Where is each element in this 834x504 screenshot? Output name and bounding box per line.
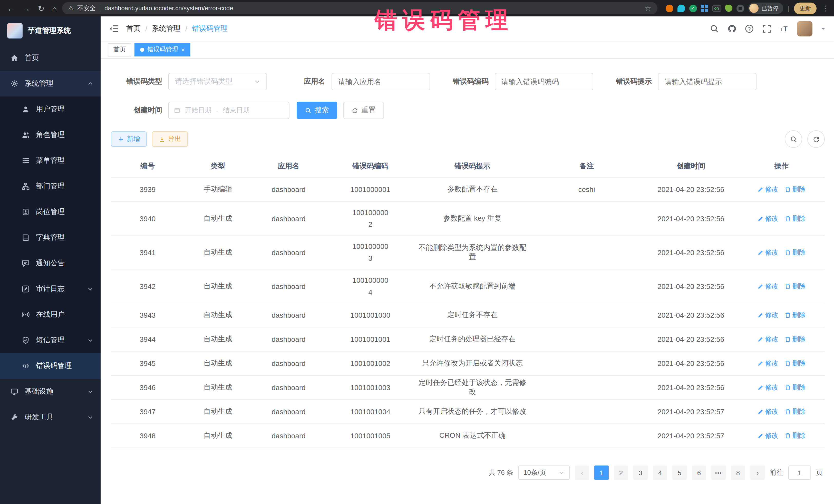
sidebar-item-departments[interactable]: 部门管理 bbox=[0, 174, 101, 199]
error-type-select[interactable]: 请选择错误码类型 bbox=[168, 73, 267, 90]
url-text[interactable]: dashboard.yudao.iocoder.cn/system/error-… bbox=[105, 5, 233, 12]
page-button-2[interactable]: 2 bbox=[614, 465, 628, 480]
export-button[interactable]: 导出 bbox=[152, 131, 188, 147]
end-date-placeholder[interactable]: 结束日期 bbox=[223, 106, 250, 115]
goto-page-input[interactable] bbox=[788, 465, 811, 480]
sidebar-fold-icon[interactable] bbox=[109, 24, 119, 34]
page-button-5[interactable]: 5 bbox=[672, 465, 687, 480]
sidebar-item-devtools[interactable]: 研发工具 bbox=[0, 404, 101, 430]
edit-link[interactable]: 修改 bbox=[758, 383, 778, 392]
help-icon[interactable]: ? bbox=[745, 24, 754, 34]
delete-link[interactable]: 删除 bbox=[785, 335, 806, 344]
delete-link[interactable]: 删除 bbox=[785, 407, 806, 416]
delete-link[interactable]: 删除 bbox=[785, 359, 806, 368]
date-range-picker[interactable]: 开始日期 - 结束日期 bbox=[168, 102, 289, 119]
extensions-puzzle-icon[interactable] bbox=[736, 4, 744, 12]
chevron-up-icon bbox=[87, 81, 93, 87]
delete-link[interactable]: 删除 bbox=[785, 282, 806, 291]
font-size-icon[interactable]: TT bbox=[780, 24, 789, 34]
prev-page-button[interactable]: ‹ bbox=[575, 465, 589, 480]
goto-label: 前往 bbox=[770, 468, 783, 477]
delete-link[interactable]: 删除 bbox=[785, 431, 806, 440]
extension-drop-icon[interactable] bbox=[677, 4, 685, 12]
edit-link[interactable]: 修改 bbox=[758, 407, 778, 416]
sidebar-item-menus[interactable]: 菜单管理 bbox=[0, 148, 101, 174]
next-page-button[interactable]: › bbox=[750, 465, 765, 480]
extension-on-badge[interactable]: on bbox=[712, 5, 721, 12]
delete-link[interactable]: 删除 bbox=[785, 383, 806, 392]
page-size-select[interactable]: 10条/页 bbox=[518, 465, 570, 480]
caret-down-icon[interactable] bbox=[821, 26, 826, 31]
edit-link[interactable]: 修改 bbox=[758, 431, 778, 440]
edit-link[interactable]: 修改 bbox=[758, 248, 778, 257]
breadcrumb-system[interactable]: 系统管理 bbox=[152, 24, 181, 34]
sidebar-item-online-users[interactable]: 在线用户 bbox=[0, 302, 101, 327]
page-button-4[interactable]: 4 bbox=[653, 465, 667, 480]
delete-link[interactable]: 删除 bbox=[785, 248, 806, 257]
delete-link[interactable]: 删除 bbox=[785, 310, 806, 320]
github-icon[interactable] bbox=[727, 24, 737, 34]
more-pages-button[interactable]: ••• bbox=[711, 465, 726, 480]
tab-home[interactable]: 首页 bbox=[108, 43, 131, 56]
extension-grid-icon[interactable] bbox=[701, 5, 708, 12]
close-tab-icon[interactable]: × bbox=[181, 46, 185, 53]
sidebar-item-positions[interactable]: 岗位管理 bbox=[0, 199, 101, 225]
cell-app: dashboard bbox=[251, 408, 326, 416]
extension-red-icon[interactable] bbox=[665, 4, 673, 12]
sidebar-item-infrastructure[interactable]: 基础设施 bbox=[0, 379, 101, 404]
refresh-table-button[interactable] bbox=[807, 130, 825, 148]
reload-button[interactable]: ↻ bbox=[38, 4, 44, 12]
breadcrumb-home[interactable]: 首页 bbox=[126, 24, 140, 34]
sidebar-item-error-codes[interactable]: 错误码管理 bbox=[0, 353, 101, 379]
update-button[interactable]: 更新 bbox=[794, 2, 816, 14]
extension-check-icon[interactable]: ✓ bbox=[689, 4, 697, 12]
edit-link[interactable]: 修改 bbox=[758, 335, 778, 344]
table-row: 3939 手动编辑 dashboard 1001000001 参数配置不存在 c… bbox=[111, 178, 825, 202]
fullscreen-icon[interactable] bbox=[762, 24, 771, 34]
app-name-input[interactable] bbox=[332, 73, 430, 90]
sidebar-item-audit-logs[interactable]: 审计日志 bbox=[0, 276, 101, 302]
sidebar-item-users[interactable]: 用户管理 bbox=[0, 96, 101, 122]
address-bar[interactable]: ⚠ 不安全 | dashboard.yudao.iocoder.cn/syste… bbox=[62, 2, 657, 14]
edit-link[interactable]: 修改 bbox=[758, 282, 778, 291]
sidebar-item-dictionary[interactable]: 字典管理 bbox=[0, 225, 101, 250]
logo[interactable]: 芋道管理系统 bbox=[0, 17, 101, 45]
extension-leaf-icon[interactable] bbox=[725, 5, 732, 12]
search-button[interactable]: 搜索 bbox=[297, 102, 337, 119]
page-button-3[interactable]: 3 bbox=[633, 465, 648, 480]
edit-link[interactable]: 修改 bbox=[758, 214, 778, 223]
security-label[interactable]: 不安全 bbox=[77, 4, 96, 13]
profile-chip[interactable]: 已暂停 bbox=[748, 3, 783, 14]
add-button[interactable]: 新增 bbox=[111, 131, 147, 147]
error-msg-input[interactable] bbox=[658, 73, 756, 90]
error-code-input[interactable] bbox=[495, 73, 593, 90]
browser-menu-icon[interactable]: ⋮ bbox=[822, 4, 829, 12]
toggle-search-button[interactable] bbox=[785, 130, 802, 148]
tab-error-codes[interactable]: 错误码管理 × bbox=[134, 43, 191, 56]
cell-id: 3942 bbox=[111, 282, 184, 290]
cell-actions: 修改 删除 bbox=[738, 310, 825, 320]
page-button-1[interactable]: 1 bbox=[594, 465, 609, 480]
edit-link[interactable]: 修改 bbox=[758, 310, 778, 320]
avatar[interactable] bbox=[797, 21, 812, 37]
sidebar-item-home[interactable]: 首页 bbox=[0, 45, 101, 71]
page-button-8[interactable]: 8 bbox=[731, 465, 745, 480]
forward-button[interactable]: → bbox=[23, 4, 30, 12]
edit-link[interactable]: 修改 bbox=[758, 359, 778, 368]
sidebar-item-system[interactable]: 系统管理 bbox=[0, 71, 101, 96]
bookmark-star-icon[interactable]: ☆ bbox=[644, 4, 651, 12]
delete-link[interactable]: 删除 bbox=[785, 185, 806, 194]
edit-link[interactable]: 修改 bbox=[758, 185, 778, 194]
sidebar-item-roles[interactable]: 角色管理 bbox=[0, 122, 101, 148]
page-button-6[interactable]: 6 bbox=[692, 465, 706, 480]
search-icon[interactable] bbox=[710, 24, 719, 34]
table-row: 3945 自动生成 dashboard 1001001002 只允许修改为开启或… bbox=[111, 352, 825, 376]
home-button[interactable]: ⌂ bbox=[52, 4, 57, 12]
reset-button[interactable]: 重置 bbox=[343, 102, 384, 119]
delete-link[interactable]: 删除 bbox=[785, 214, 806, 223]
back-button[interactable]: ← bbox=[7, 4, 15, 12]
sidebar-item-announcements[interactable]: 通知公告 bbox=[0, 250, 101, 276]
omnibox-divider: | bbox=[99, 5, 101, 12]
start-date-placeholder[interactable]: 开始日期 bbox=[185, 106, 212, 115]
sidebar-item-sms[interactable]: 短信管理 bbox=[0, 327, 101, 353]
